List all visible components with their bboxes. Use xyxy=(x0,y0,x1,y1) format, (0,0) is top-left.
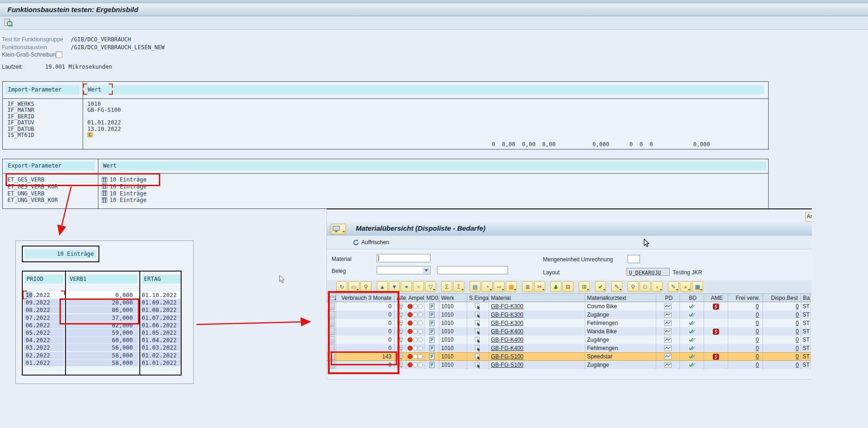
frei-verw-link[interactable]: 0 xyxy=(756,353,759,361)
bd-cell[interactable] xyxy=(680,344,704,352)
dispo-best-cell[interactable]: 0 xyxy=(763,336,801,344)
display-change-icon[interactable]: ✎ xyxy=(611,281,622,292)
import-param-row[interactable]: IS_MT61D xyxy=(3,132,768,138)
dispo-best-cell[interactable]: 0 xyxy=(763,327,801,336)
frei-verw-cell[interactable]: 0 xyxy=(728,319,763,327)
column-header-bd[interactable]: BD xyxy=(680,294,704,303)
dispo-best-link[interactable]: 0 xyxy=(796,361,799,369)
bd-cell[interactable] xyxy=(680,327,704,336)
window-menu-button[interactable] xyxy=(331,224,346,234)
md04-cell[interactable] xyxy=(424,311,439,319)
table-row[interactable]: 0 1010 GB-FG-S100 Zugänge 0 0 ST xyxy=(327,361,811,369)
verb1-cell[interactable]: 0,000 xyxy=(66,292,138,298)
filter-icon[interactable]: ▽ xyxy=(425,281,436,292)
row-select-box[interactable] xyxy=(328,328,335,335)
display-result-button[interactable] xyxy=(4,18,13,27)
row-select-cell[interactable] xyxy=(327,336,336,344)
bd-cell[interactable] xyxy=(680,319,704,327)
table-row[interactable]: 09.2022 20,000 01.09.2022 xyxy=(23,299,181,306)
print-icon[interactable]: ▤ xyxy=(470,281,481,292)
table-row[interactable]: 0 1010 GB-FG-K300 Cosmo Bike 0 0 ST xyxy=(327,302,811,311)
bd-cell[interactable] xyxy=(680,352,704,361)
alle-cell[interactable] xyxy=(395,302,406,311)
bd-cell[interactable] xyxy=(680,336,704,344)
column-header-verbrauch[interactable]: Verbrauch 3 Monate xyxy=(336,294,395,303)
material-input[interactable] xyxy=(377,254,431,262)
dispo-best-link[interactable]: 0 xyxy=(796,344,799,352)
table-row[interactable]: 05.2022 59,000 01.05.2022 xyxy=(23,329,181,336)
material-cell[interactable]: GB-FG-K300 xyxy=(489,302,585,311)
row-select-cell[interactable] xyxy=(327,302,336,311)
row-select-cell[interactable] xyxy=(327,319,336,327)
import-param-row[interactable]: IF_BERID xyxy=(3,113,768,119)
pd-cell[interactable] xyxy=(656,344,680,352)
material-link[interactable]: GB-FG-K400 xyxy=(491,344,523,352)
pd-cell[interactable] xyxy=(656,327,680,336)
table-row[interactable]: 03.2022 56,000 01.03.2022 xyxy=(23,344,181,351)
table-row[interactable]: 0 1010 GB-FG-K400 Wanda Bike 0 0 ST xyxy=(327,327,811,336)
row-select-box[interactable] xyxy=(328,361,335,369)
row-select-box[interactable] xyxy=(328,344,335,352)
md04-cell[interactable] xyxy=(424,302,439,311)
priod-cell[interactable]: 07.2022 xyxy=(24,314,64,321)
alle-cell[interactable] xyxy=(395,344,406,352)
md04-cell[interactable] xyxy=(424,319,439,327)
table-row[interactable]: 0 1010 GB-FG-K300 Zugänge 0 0 ST xyxy=(327,311,811,319)
material-cell[interactable]: GB-FG-K300 xyxy=(489,319,585,327)
verb1-cell[interactable]: 59,000 xyxy=(66,329,138,336)
priod-cell[interactable]: 06.2022 xyxy=(24,322,64,329)
alle-cell[interactable] xyxy=(395,352,406,361)
frei-verw-link[interactable]: 0 xyxy=(756,336,759,344)
md04-cell[interactable] xyxy=(424,336,439,344)
master-data-icon[interactable]: ♟ xyxy=(550,281,561,292)
sum-icon[interactable]: Σ xyxy=(441,281,452,292)
ertag-cell[interactable]: 01.02.2022 xyxy=(140,352,181,359)
alle-cell[interactable] xyxy=(395,311,406,319)
sort-asc-icon[interactable]: ▲ xyxy=(377,281,388,292)
dispo-best-link[interactable]: 0 xyxy=(796,353,799,361)
verb1-cell[interactable]: 56,000 xyxy=(66,344,138,351)
material-link[interactable]: GB-FG-K400 xyxy=(491,336,523,344)
table-row[interactable]: 04.2022 60,000 01.04.2022 xyxy=(23,337,181,344)
ertag-cell[interactable]: 01.10.2022 xyxy=(140,292,181,298)
pd-cell[interactable] xyxy=(656,336,680,344)
pd-cell[interactable] xyxy=(656,361,680,369)
column-header-alle[interactable]: Alle xyxy=(395,294,406,303)
dispo-best-cell[interactable]: 0 xyxy=(763,361,801,369)
dispo-best-link[interactable]: 0 xyxy=(796,319,799,327)
row-select-cell[interactable] xyxy=(327,311,336,319)
ertag-cell[interactable]: 01.03.2022 xyxy=(140,344,181,351)
material-link[interactable]: GB-FG-K300 xyxy=(491,303,523,311)
dispo-best-cell[interactable]: 0 xyxy=(763,319,801,327)
verb1-cell[interactable]: 58,000 xyxy=(66,359,138,366)
uppercase-lowercase-checkbox[interactable] xyxy=(56,52,62,58)
priod-cell[interactable]: 05.2022 xyxy=(24,329,64,336)
export-param-row[interactable]: ET_GES_VERB 10 Einträge xyxy=(3,176,768,183)
column-header-werk[interactable]: Werk xyxy=(439,294,467,303)
dispo-best-link[interactable]: 0 xyxy=(796,336,799,344)
material-link[interactable]: GB-FG-K300 xyxy=(491,319,523,327)
frei-verw-link[interactable]: 0 xyxy=(756,303,759,311)
column-header-dispo-best[interactable]: Dispo.Best xyxy=(763,294,801,303)
beleg-value-input[interactable] xyxy=(437,266,508,274)
md04-cell[interactable] xyxy=(424,361,439,369)
ertag-column-header[interactable]: ERTAG xyxy=(142,275,181,284)
seingabe-cell[interactable] xyxy=(467,344,489,352)
param-value[interactable]: 10 Einträge xyxy=(102,176,146,183)
frei-verw-link[interactable]: 0 xyxy=(756,311,759,319)
verb1-cell[interactable]: 60,000 xyxy=(66,337,138,344)
ertag-cell[interactable]: 01.06.2022 xyxy=(140,322,181,329)
search-small-icon[interactable]: ⚲ xyxy=(627,281,639,292)
row-select-box[interactable] xyxy=(328,303,335,310)
frei-verw-cell[interactable]: 0 xyxy=(728,311,763,319)
find-icon[interactable]: ⚭ xyxy=(401,281,412,292)
ertag-cell[interactable]: 01.05.2022 xyxy=(140,329,181,336)
frei-verw-cell[interactable]: 0 xyxy=(728,336,763,344)
ertag-cell[interactable]: 01.08.2022 xyxy=(140,306,181,313)
announce-icon[interactable]: ◖ xyxy=(652,281,663,292)
frei-verw-cell[interactable]: 0 xyxy=(728,361,763,369)
verb1-cell[interactable]: 20,000 xyxy=(66,299,138,306)
table-row[interactable]: 07.2022 37,000 01.07.2022 xyxy=(23,314,181,321)
pd-cell[interactable] xyxy=(656,352,680,361)
row-select-box[interactable] xyxy=(328,336,335,344)
